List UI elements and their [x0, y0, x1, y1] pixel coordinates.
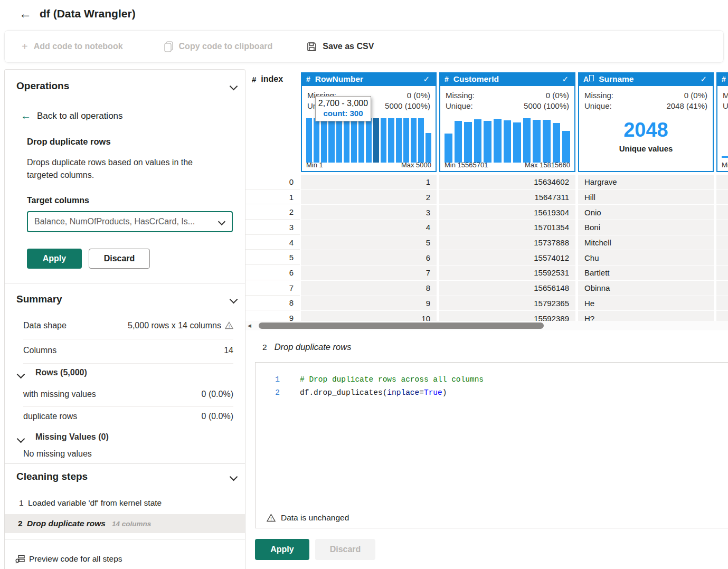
histogram-bar[interactable] [328, 118, 334, 163]
histogram-bar[interactable] [344, 118, 349, 163]
back-to-operations-arrow-icon[interactable]: ← [21, 110, 31, 122]
table-cell[interactable]: 6 [245, 265, 300, 280]
table-cell[interactable]: 3 [301, 205, 437, 220]
table-cell[interactable]: 7 [245, 281, 300, 296]
table-cell[interactable] [716, 296, 728, 311]
column-selected-check-icon[interactable]: ✓ [700, 74, 707, 84]
column-selected-check-icon[interactable]: ✓ [562, 74, 569, 84]
table-cell[interactable] [716, 175, 728, 189]
table-cell[interactable] [716, 281, 728, 296]
rows-group-chevron-icon[interactable] [17, 371, 25, 379]
code-line[interactable]: 1# Drop duplicate rows across all column… [256, 373, 728, 386]
table-cell[interactable]: 5 [245, 250, 300, 265]
table-cell[interactable]: 9 [245, 311, 300, 321]
histogram-bar[interactable] [474, 119, 482, 163]
table-row[interactable]: 3415701354Boni [245, 220, 728, 235]
horizontal-scrollbar[interactable]: ◀ [245, 321, 728, 330]
preview-code-for-all-steps-button[interactable]: Preview code for all steps [15, 554, 122, 564]
histogram-bar[interactable] [373, 118, 379, 163]
histogram-bar[interactable] [306, 118, 312, 163]
code-apply-button[interactable]: Apply [255, 539, 309, 560]
table-cell[interactable]: 4 [301, 220, 437, 235]
table-cell[interactable] [716, 220, 728, 235]
table-cell[interactable]: 2 [245, 205, 300, 220]
code-editor[interactable]: 1# Drop duplicate rows across all column… [255, 362, 728, 528]
histogram-bar[interactable] [553, 123, 561, 163]
cleaning-step-1[interactable]: 1 Loaded variable 'df' from kernel state [5, 495, 245, 511]
table-cell[interactable]: 2 [301, 190, 437, 205]
histogram-bar[interactable] [366, 118, 372, 163]
column-header-surname[interactable]: A Surname ✓ [578, 72, 714, 86]
table-cell[interactable]: Onio [578, 205, 714, 220]
table-cell[interactable]: Hargrave [578, 175, 714, 189]
table-cell[interactable]: 0 [245, 175, 300, 189]
summary-collapse-chevron-icon[interactable] [230, 296, 238, 304]
histogram-bar[interactable] [336, 118, 342, 163]
back-to-operations-link[interactable]: Back to all operations [37, 111, 123, 121]
copy-code-button[interactable]: Copy code to clipboard [164, 41, 273, 52]
operations-collapse-chevron-icon[interactable] [230, 82, 238, 91]
table-cell[interactable]: 10 [301, 311, 437, 321]
scrollbar-thumb[interactable] [259, 323, 544, 329]
table-cell[interactable]: 15574012 [439, 250, 575, 265]
histogram-bar[interactable] [396, 118, 402, 163]
table-cell[interactable] [716, 235, 728, 250]
histogram-bar[interactable] [523, 118, 531, 163]
table-cell[interactable]: 1 [245, 190, 300, 205]
histogram-bar[interactable] [314, 118, 319, 163]
histogram-bar[interactable] [388, 118, 394, 163]
operation-apply-button[interactable]: Apply [27, 249, 82, 269]
histogram-bar[interactable] [358, 118, 364, 163]
histogram-bar[interactable] [494, 119, 502, 163]
histogram-bar[interactable] [426, 133, 431, 163]
table-row[interactable]: 4515737888Mitchell [245, 235, 728, 250]
histogram-bar[interactable] [513, 122, 521, 163]
table-cell[interactable]: Obinna [578, 281, 714, 296]
table-cell[interactable]: 15592389 [439, 311, 575, 321]
column-header-rownumber[interactable]: # RowNumber ✓ [301, 72, 437, 86]
table-cell[interactable] [716, 265, 728, 280]
operation-discard-button[interactable]: Discard [89, 249, 150, 269]
table-row[interactable]: 7815656148Obinna [245, 281, 728, 296]
table-row[interactable]: 0115634602Hargrave [245, 175, 728, 189]
table-cell[interactable]: 4 [245, 235, 300, 250]
histogram-bar[interactable] [504, 120, 512, 163]
table-cell[interactable]: 8 [245, 296, 300, 311]
table-cell[interactable]: 1 [301, 175, 437, 189]
histogram-bar[interactable] [403, 118, 409, 163]
table-cell[interactable] [716, 190, 728, 205]
table-row[interactable]: 5615574012Chu [245, 250, 728, 265]
table-row[interactable]: 6715592531Bartlett [245, 265, 728, 280]
table-cell[interactable]: 7 [301, 265, 437, 280]
table-cell[interactable]: 15634602 [439, 175, 575, 189]
add-code-to-notebook-button[interactable]: + Add code to notebook [22, 41, 123, 52]
histogram-bar[interactable] [381, 118, 386, 163]
table-cell[interactable]: 15656148 [439, 281, 575, 296]
table-cell[interactable]: Bartlett [578, 265, 714, 280]
histogram-bar[interactable] [455, 121, 462, 163]
table-cell[interactable]: 15737888 [439, 235, 575, 250]
table-cell[interactable]: 15647311 [439, 190, 575, 205]
missing-values-group-label[interactable]: Missing Values (0) [35, 432, 109, 442]
table-cell[interactable]: 9 [301, 296, 437, 311]
rownumber-histogram[interactable] [306, 118, 431, 163]
table-cell[interactable]: 3 [245, 220, 300, 235]
histogram-bar[interactable] [484, 121, 491, 163]
missing-values-group-chevron-icon[interactable] [17, 435, 25, 443]
table-cell[interactable]: Hill [578, 190, 714, 205]
histogram-bar[interactable] [533, 120, 541, 163]
code-line[interactable]: 2df.drop_duplicates(inplace=True) [256, 386, 728, 399]
table-cell[interactable]: 15701354 [439, 220, 575, 235]
histogram-bar[interactable] [445, 134, 452, 163]
table-cell[interactable]: Mitchell [578, 235, 714, 250]
table-row[interactable]: 2315619304Onio [245, 205, 728, 220]
table-cell[interactable]: 8 [301, 281, 437, 296]
table-cell[interactable]: Chu [578, 250, 714, 265]
table-cell[interactable] [716, 250, 728, 265]
code-discard-button[interactable]: Discard [315, 539, 375, 560]
target-columns-dropdown[interactable]: Balance, NumOfProducts, HasCrCard, Is... [27, 211, 233, 232]
histogram-bar[interactable] [411, 118, 417, 163]
column-header-customerid[interactable]: # CustomerId ✓ [439, 72, 575, 86]
table-cell[interactable]: 15619304 [439, 205, 575, 220]
table-row[interactable]: 91015592389H? [245, 311, 728, 321]
